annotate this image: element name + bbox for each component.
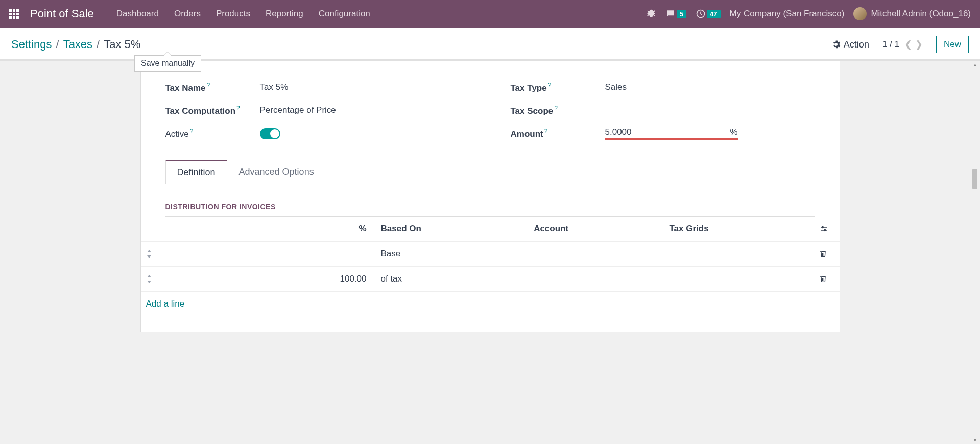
form-wrapper: Tax Name? Tax 5% Tax Type? Sales Tax Com… [0,59,980,353]
label-tax-type: Tax Type? [511,82,605,94]
form-grid: Tax Name? Tax 5% Tax Type? Sales Tax Com… [165,82,815,140]
help-icon[interactable]: ? [548,82,552,89]
debug-icon[interactable] [646,9,656,19]
tab-advanced-options[interactable]: Advanced Options [227,160,326,184]
delete-row[interactable] [814,267,840,292]
trash-icon [819,250,827,258]
cell-account[interactable] [529,242,664,267]
breadcrumb-taxes[interactable]: Taxes [63,38,92,51]
cell-based-on[interactable]: of tax [376,267,529,292]
value-tax-computation[interactable]: Percentage of Price [260,105,470,115]
save-tooltip: Save manually [134,55,201,72]
col-tax-grids: Tax Grids [664,217,814,242]
help-icon[interactable]: ? [190,128,194,135]
company-switcher[interactable]: My Company (San Francisco) [730,9,845,19]
col-settings[interactable] [814,217,840,242]
scrollbar[interactable]: ▲ ▼ [971,61,978,353]
nav-orders[interactable]: Orders [168,6,207,22]
sort-icon [146,250,152,258]
nav-links: Dashboard Orders Products Reporting Conf… [110,6,376,22]
nav-configuration[interactable]: Configuration [313,6,376,22]
nav-dashboard[interactable]: Dashboard [110,6,165,22]
form-sheet: Tax Name? Tax 5% Tax Type? Sales Tax Com… [140,61,840,332]
nav-products[interactable]: Products [210,6,256,22]
avatar [853,7,867,20]
nav-reporting[interactable]: Reporting [259,6,309,22]
col-account: Account [529,217,664,242]
activities-icon[interactable]: 47 [696,9,720,19]
user-name: Mitchell Admin (Odoo_16) [871,9,971,19]
app-brand[interactable]: Point of Sale [30,7,94,20]
cell-based-on[interactable]: Base [376,242,529,267]
action-label: Action [844,39,869,50]
scroll-thumb[interactable] [972,169,977,189]
field-active: Active? [165,127,470,140]
messages-icon[interactable]: 5 [665,9,686,19]
table-row[interactable]: 100.00 of tax [141,267,840,292]
toggle-active[interactable] [260,128,280,139]
control-panel-right: Action 1 / 1 ❮ ❯ New [831,36,969,53]
scroll-up-icon[interactable]: ▲ [973,62,977,67]
cell-pct[interactable]: 100.00 [166,267,376,292]
add-line-row: Add a line [141,292,840,317]
breadcrumb-sep: / [97,38,100,51]
breadcrumb: Settings / Taxes / Tax 5% [11,38,140,51]
field-tax-type: Tax Type? Sales [511,82,815,94]
label-active: Active? [165,128,260,139]
help-icon[interactable]: ? [207,82,210,89]
pager-prev[interactable]: ❮ [904,39,912,50]
field-tax-scope: Tax Scope? [511,105,815,116]
help-icon[interactable]: ? [236,105,240,112]
tabs: Definition Advanced Options [165,159,815,184]
breadcrumb-current: Tax 5% [104,38,140,51]
cell-tax-grids[interactable] [664,242,814,267]
field-tax-name: Tax Name? Tax 5% [165,82,470,94]
new-button[interactable]: New [936,36,969,53]
cell-pct[interactable] [166,242,376,267]
breadcrumb-sep: / [56,38,59,51]
label-tax-scope: Tax Scope? [511,105,605,116]
value-amount-wrapper: % [605,127,738,140]
section-distribution-title: DISTRIBUTION FOR INVOICES [165,203,815,217]
value-tax-type[interactable]: Sales [605,82,815,92]
apps-icon[interactable] [9,9,19,19]
svg-point-4 [824,230,825,231]
messages-badge: 5 [677,10,686,18]
amount-suffix: % [730,127,737,137]
value-tax-name[interactable]: Tax 5% [260,82,470,92]
user-menu[interactable]: Mitchell Admin (Odoo_16) [853,7,971,20]
pager: 1 / 1 ❮ ❯ [882,39,923,50]
label-tax-computation: Tax Computation? [165,105,260,116]
sort-icon [146,275,152,283]
cell-account[interactable] [529,267,664,292]
distribution-table: % Based On Account Tax Grids Base [141,217,840,316]
breadcrumb-settings[interactable]: Settings [11,38,52,51]
trash-icon [819,275,827,283]
cell-tax-grids[interactable] [664,267,814,292]
tab-definition[interactable]: Definition [165,160,227,184]
table-row[interactable]: Base [141,242,840,267]
top-nav: Point of Sale Dashboard Orders Products … [0,0,980,28]
gear-icon [831,40,841,49]
activities-badge: 47 [707,10,720,18]
action-menu[interactable]: Action [831,39,869,50]
add-line-link[interactable]: Add a line [146,299,185,309]
drag-handle[interactable] [141,267,166,292]
drag-handle[interactable] [141,242,166,267]
help-icon[interactable]: ? [554,105,558,112]
pager-next[interactable]: ❯ [915,39,923,50]
field-tax-computation: Tax Computation? Percentage of Price [165,105,470,116]
control-panel: Settings / Taxes / Tax 5% Action 1 / 1 ❮… [0,28,980,59]
label-amount: Amount? [511,128,605,139]
delete-row[interactable] [814,242,840,267]
nav-right: 5 47 My Company (San Francisco) Mitchell… [646,7,971,20]
col-percent: % [166,217,376,242]
input-amount[interactable] [605,127,682,137]
col-based-on: Based On [376,217,529,242]
pager-count[interactable]: 1 / 1 [882,39,899,50]
help-icon[interactable]: ? [544,128,548,135]
field-amount: Amount? % [511,127,815,140]
svg-point-3 [822,227,823,228]
sliders-icon [819,224,828,233]
col-handle [141,217,166,242]
